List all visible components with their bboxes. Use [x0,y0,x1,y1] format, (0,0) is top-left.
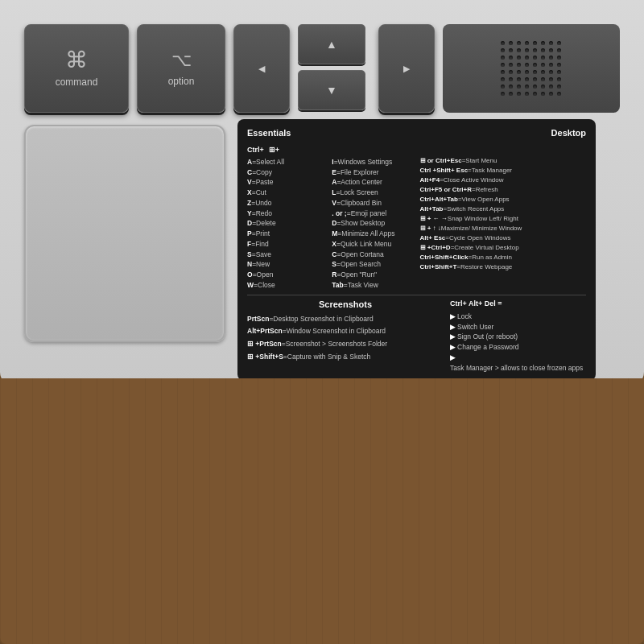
bottom-sections: Screenshots PrtScn =Desktop Screenshot i… [247,299,586,374]
essentials-col: Ctrl+ ⊞+ A =Select All C =Copy V =Paste … [247,145,414,291]
laptop-area: ⌘ command ⌥ option ◀ ▲ ▼ ▶ [0,0,644,644]
cheatsheet-header: Essentials Desktop [247,127,586,140]
divider-1 [247,295,586,295]
nav-cluster: ▲ ▼ [298,24,370,113]
ctrl-header: Ctrl+ [247,145,264,155]
ctrl-alt-del-section: Ctrl+ Alt+ Del = ▶Lock ▶Switch User ▶Sig… [450,299,586,374]
speaker-dots [493,33,570,104]
desktop-title: Desktop [551,127,586,140]
win-shortcuts: I =Windows Settings E =File Explorer A =… [332,157,413,291]
screenshots-title: Screenshots [247,299,444,312]
essentials-columns: A =Select All C =Copy V =Paste X =Cut Z … [247,157,414,291]
essentials-title: Essentials [247,127,291,140]
essentials-subheader: Ctrl+ ⊞+ [247,145,414,155]
right-arrow-key: ▶ [378,24,435,113]
cheatsheet-sticker: Essentials Desktop Ctrl+ ⊞+ A =Select Al… [237,119,596,381]
option-label: option [168,76,195,87]
ctrl-alt-del-title: Ctrl+ Alt+ Del = [450,299,586,309]
cheatsheet-body: Ctrl+ ⊞+ A =Select All C =Copy V =Paste … [247,145,586,291]
left-arrow-key: ◀ [233,24,290,113]
option-icon: ⌥ [171,50,192,71]
trackpad[interactable] [24,125,225,342]
win-header: ⊞+ [269,145,279,155]
command-label: command [56,76,98,88]
screenshots-section: Screenshots PrtScn =Desktop Screenshot i… [247,299,444,374]
keyboard-row: ⌘ command ⌥ option ◀ ▲ ▼ ▶ [24,24,620,113]
option-key: ⌥ option [137,24,225,113]
table-surface [0,378,644,644]
up-arrow-key: ▲ [298,24,365,64]
command-icon: ⌘ [65,49,88,72]
speaker-grille [443,24,620,113]
down-arrow-key: ▼ [298,70,365,110]
command-key: ⌘ command [24,24,129,113]
desktop-col: ⊞ or Ctrl+Esc =Start Menu Ctrl +Shift+ E… [420,145,587,291]
ctrl-shortcuts: A =Select All C =Copy V =Paste X =Cut Z … [247,157,328,291]
